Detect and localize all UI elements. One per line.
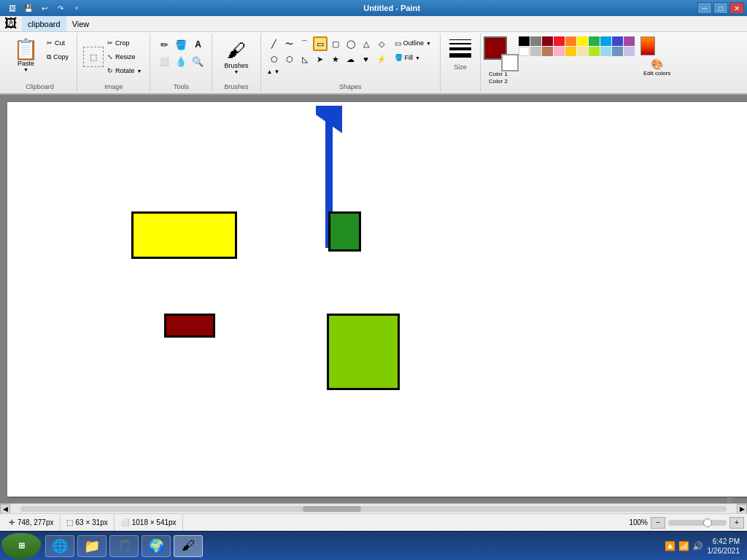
swatch-steelblue[interactable] — [612, 47, 623, 56]
swatch-lavender[interactable] — [624, 47, 635, 56]
curve-tool[interactable]: 〜 — [282, 36, 297, 51]
copy-button[interactable]: ⧉ Copy — [44, 50, 71, 63]
swatch-gray[interactable] — [530, 36, 541, 46]
taskbar-ie[interactable]: 🌐 — [45, 535, 74, 557]
swatch-lightgray[interactable] — [530, 47, 541, 56]
swatch-white[interactable] — [519, 47, 530, 56]
shapes-group: ╱ 〜 ⌒ ▭ ▢ ◯ △ ◇ ⬠ ⬡ ◺ — [261, 34, 441, 92]
paste-label: Paste — [18, 60, 34, 67]
undo-button[interactable]: ↩ — [38, 1, 51, 15]
hscroll-thumb[interactable] — [303, 506, 361, 512]
zoom-in-button[interactable]: + — [729, 517, 744, 529]
size-line-4[interactable] — [449, 53, 471, 58]
color2-label: Color 2 — [489, 78, 508, 85]
shapes-scroll-down[interactable]: ▼ — [274, 69, 279, 75]
redo-button[interactable]: ↷ — [54, 1, 67, 15]
swatch-lime[interactable] — [589, 47, 600, 56]
close-button[interactable]: ✕ — [729, 2, 744, 14]
swatch-orange[interactable] — [565, 36, 576, 46]
yellow-rectangle — [131, 211, 237, 259]
diamond-tool[interactable]: ◇ — [374, 36, 389, 51]
maximize-button[interactable]: □ — [713, 2, 728, 14]
taskbar-files[interactable]: 📁 — [77, 535, 107, 557]
swatch-cyan[interactable] — [600, 36, 611, 46]
size-line-3[interactable] — [449, 47, 471, 50]
right-triangle-tool[interactable]: ◺ — [298, 52, 312, 66]
color2-box[interactable] — [501, 54, 519, 71]
ellipse-tool[interactable]: ◯ — [344, 36, 358, 51]
canvas-scroll[interactable] — [0, 95, 747, 503]
swatch-blue[interactable] — [612, 36, 623, 46]
star-tool[interactable]: ★ — [328, 52, 343, 66]
minimize-button[interactable]: ─ — [697, 2, 712, 14]
taskbar-media[interactable]: 🎵 — [109, 535, 139, 557]
gradient-swatch[interactable] — [640, 36, 655, 55]
coordinates-section: ✛ 748, 277px — [3, 514, 61, 531]
shapes-scroll-up[interactable]: ▲ — [267, 69, 273, 75]
zoom-tool[interactable]: 🔍 — [190, 53, 206, 69]
home-tab[interactable]: clipboard — [22, 16, 66, 31]
zoom-slider[interactable] — [668, 520, 727, 526]
heart-tool[interactable]: ♥ — [359, 52, 374, 66]
colorpick-tool[interactable]: 💧 — [173, 53, 189, 69]
canvas-resize-handle[interactable] — [727, 497, 732, 503]
taskbar-paint[interactable]: 🖌 — [174, 535, 203, 557]
swatch-purple[interactable] — [624, 36, 635, 46]
fill-button[interactable]: 🪣 Fill ▼ — [392, 51, 434, 64]
outline-fill-controls: ▭ Outline ▼ 🪣 Fill ▼ — [392, 36, 434, 64]
swatch-black[interactable] — [519, 36, 530, 46]
resize-button[interactable]: ⤡ Resize — [105, 50, 144, 63]
freeform-tool[interactable]: ⌒ — [298, 36, 312, 51]
clock[interactable]: 6:42 PM 1/26/2021 — [708, 537, 740, 556]
edit-colors-button[interactable]: 🎨 Edit colors — [640, 57, 673, 78]
size-line-2[interactable] — [449, 43, 471, 44]
eraser-tool[interactable]: ⬜ — [156, 53, 172, 69]
swatch-pink[interactable] — [554, 47, 565, 56]
color1-label: Color 1 — [489, 71, 508, 77]
arrow-tool[interactable]: ➤ — [313, 52, 328, 66]
resize-icon: ⤡ — [107, 53, 113, 61]
text-tool[interactable]: A — [190, 36, 206, 52]
size-line-1[interactable] — [449, 39, 471, 40]
hexagon-tool[interactable]: ⬡ — [282, 52, 297, 66]
pentagon-tool[interactable]: ⬠ — [267, 52, 282, 66]
brushes-button[interactable]: 🖌 Brushes ▼ — [218, 36, 254, 77]
crop-button[interactable]: ✂ Crop — [105, 36, 144, 50]
fill-tool[interactable]: 🪣 — [173, 36, 189, 52]
rotate-button[interactable]: ↻ Rotate ▼ — [105, 64, 144, 77]
cut-button[interactable]: ✂ Cut — [44, 36, 71, 50]
rounded-rect-tool[interactable]: ▢ — [328, 36, 343, 51]
taskbar-chrome[interactable]: 🌍 — [142, 535, 171, 557]
view-tab[interactable]: View — [66, 16, 96, 31]
swatch-green[interactable] — [589, 36, 600, 46]
swatch-darkred[interactable] — [542, 36, 553, 46]
swatch-brown[interactable] — [542, 47, 553, 56]
hscroll-left[interactable]: ◀ — [0, 504, 10, 514]
size-lines — [446, 35, 474, 62]
window-controls: ─ □ ✕ — [697, 2, 744, 14]
outline-button[interactable]: ▭ Outline ▼ — [392, 36, 434, 50]
pencil-tool[interactable]: ✏ — [156, 36, 172, 52]
hscroll-track[interactable] — [20, 506, 727, 512]
lightning-tool[interactable]: ⚡ — [374, 52, 389, 66]
hscroll-right[interactable]: ▶ — [737, 504, 747, 514]
zoom-out-button[interactable]: − — [651, 517, 665, 529]
swatch-lightblue[interactable] — [600, 47, 611, 56]
cloud-tool[interactable]: ☁ — [344, 52, 358, 66]
swatch-cream[interactable] — [577, 47, 588, 56]
quick-access-dropdown[interactable]: ▼ — [70, 1, 83, 15]
start-button[interactable]: ⊞ — [1, 533, 41, 559]
file-menu[interactable]: 🖼 — [0, 16, 22, 31]
paste-button[interactable]: 📋 Paste ▼ — [9, 36, 43, 75]
paint-canvas[interactable] — [7, 102, 747, 497]
system-tray: 🔼 📶 🔊 — [665, 541, 703, 551]
triangle-tool[interactable]: △ — [359, 36, 374, 51]
swatch-gold[interactable] — [565, 47, 576, 56]
swatch-yellow[interactable] — [577, 36, 588, 46]
rect-tool[interactable]: ▭ — [313, 36, 328, 51]
line-tool[interactable]: ╱ — [267, 36, 282, 51]
tools-group-content: ✏ 🪣 A ⬜ 💧 🔍 — [155, 35, 207, 82]
save-button[interactable]: 💾 — [22, 1, 35, 15]
zoom-thumb[interactable] — [703, 518, 712, 527]
swatch-red[interactable] — [554, 36, 565, 46]
